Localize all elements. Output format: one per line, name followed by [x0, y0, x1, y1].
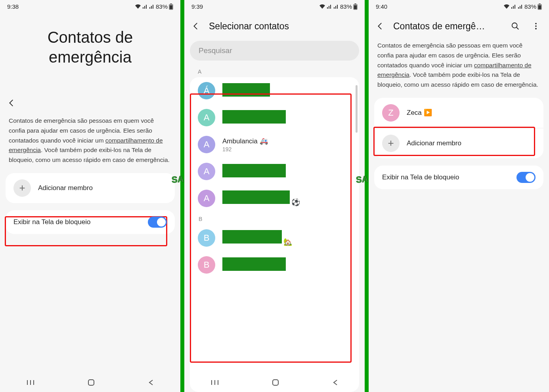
lockscreen-card: Exibir na Tela de bloqueio	[374, 166, 543, 189]
screenshot-divider	[365, 0, 369, 392]
battery-percent: 83%	[524, 3, 536, 10]
appbar-title: Selecionar contatos	[209, 21, 359, 32]
back-button[interactable]	[0, 99, 180, 116]
appbar: Contatos de emergê…	[369, 11, 549, 41]
plus-icon: +	[382, 135, 400, 152]
page-title: Contatos de emergência	[0, 11, 180, 99]
lockscreen-label: Exibir na Tela de bloqueio	[382, 173, 509, 181]
signal-icon	[327, 4, 332, 9]
lockscreen-label: Exibir na Tela de bloqueio	[13, 218, 141, 226]
signal-icon-2	[333, 4, 339, 9]
wifi-icon	[503, 4, 510, 9]
battery-icon	[169, 4, 173, 10]
home-button[interactable]	[87, 379, 95, 388]
redacted-name	[222, 257, 286, 271]
redacted-name	[222, 110, 286, 124]
add-member-label: Adicionar membro	[407, 139, 536, 147]
svg-rect-2	[170, 4, 172, 4]
android-navbar	[0, 375, 180, 392]
contact-number: 192	[222, 146, 351, 152]
contact-row[interactable]: A Ambulancia 🚑 192	[190, 131, 359, 158]
back-nav-button[interactable]	[148, 379, 154, 387]
svg-point-14	[535, 28, 537, 30]
svg-rect-7	[273, 380, 278, 385]
contact-name: Zeca ▶️	[407, 108, 536, 117]
scrollbar[interactable]	[356, 85, 358, 133]
recents-button[interactable]	[27, 379, 34, 387]
signal-icon-2	[518, 4, 523, 9]
members-card: Z Zeca ▶️ + Adicionar membro	[374, 98, 543, 158]
add-member-row[interactable]: + Adicionar membro	[6, 173, 175, 203]
svg-rect-6	[355, 4, 356, 4]
back-nav-button[interactable]	[332, 379, 339, 387]
recents-button[interactable]	[211, 379, 219, 387]
soccer-icon: ⚽	[291, 198, 300, 206]
screenshot-divider	[180, 0, 184, 392]
status-time: 9:39	[191, 3, 203, 10]
home-button[interactable]	[272, 379, 279, 388]
redacted-name	[222, 83, 270, 97]
avatar: B	[198, 256, 215, 274]
more-button[interactable]	[528, 19, 543, 34]
svg-rect-3	[88, 380, 94, 385]
contact-row[interactable]: Z Zeca ▶️	[374, 98, 543, 128]
avatar: A	[198, 109, 215, 126]
add-member-label: Adicionar membro	[38, 184, 167, 192]
toggle-switch[interactable]	[516, 172, 536, 183]
avatar: Á	[198, 82, 215, 99]
members-card: + Adicionar membro	[6, 173, 175, 203]
contact-row[interactable]: A ⚽	[190, 185, 359, 212]
status-icons: 83%	[503, 3, 542, 10]
status-time: 9:38	[7, 3, 19, 10]
back-button[interactable]	[188, 19, 203, 34]
wifi-icon	[135, 4, 141, 9]
status-bar: 9:39 83%	[184, 0, 365, 11]
avatar: A	[198, 163, 215, 180]
search-input[interactable]: Pesquisar	[190, 41, 359, 61]
redacted-name	[222, 230, 282, 244]
appbar: Selecionar contatos	[184, 11, 365, 41]
signal-icon-2	[149, 4, 155, 9]
back-button[interactable]	[373, 19, 388, 34]
avatar: B	[198, 229, 215, 247]
search-placeholder: Pesquisar	[199, 46, 232, 55]
svg-point-12	[535, 23, 537, 25]
status-bar: 9:38 83%	[0, 0, 180, 11]
appbar-title: Contatos de emergê…	[393, 21, 502, 32]
lockscreen-toggle-row[interactable]: Exibir na Tela de bloqueio	[374, 166, 543, 189]
contact-name: Ambulancia 🚑	[222, 137, 351, 145]
screen-select-contacts: 9:39 83% Selecionar contatos Pesquisar A…	[184, 0, 365, 392]
avatar: A	[198, 190, 215, 207]
svg-point-13	[535, 25, 537, 27]
add-member-row[interactable]: + Adicionar membro	[374, 128, 543, 158]
battery-percent: 83%	[156, 3, 168, 10]
section-header-a: A	[184, 65, 365, 77]
contact-row[interactable]: A	[190, 104, 359, 131]
wifi-icon	[319, 4, 325, 9]
plus-icon: +	[13, 179, 31, 197]
status-bar: 9:40 83%	[369, 0, 549, 11]
battery-icon	[538, 4, 542, 10]
contact-row[interactable]: B 🏡	[190, 225, 359, 251]
lockscreen-toggle-row[interactable]: Exibir na Tela de bloqueio	[6, 210, 175, 234]
redacted-name	[222, 190, 290, 204]
status-icons: 83%	[319, 3, 358, 10]
avatar: Z	[382, 104, 400, 122]
avatar: A	[198, 136, 215, 153]
contact-list[interactable]: Á A A Ambulancia 🚑 192 A A ⚽	[190, 77, 359, 392]
contact-row[interactable]: Á	[190, 77, 359, 104]
house-icon: 🏡	[283, 238, 292, 245]
description-text: Contatos de emergência são pessoas em qu…	[0, 116, 180, 173]
status-icons: 83%	[135, 3, 173, 10]
svg-rect-5	[354, 5, 357, 9]
android-navbar	[184, 375, 365, 392]
status-time: 9:40	[376, 3, 387, 10]
redacted-name	[222, 164, 286, 177]
contact-row[interactable]: B	[190, 251, 359, 278]
signal-icon	[511, 4, 516, 9]
signal-icon	[142, 4, 148, 9]
search-button[interactable]	[508, 19, 523, 34]
toggle-switch[interactable]	[148, 217, 167, 228]
contact-row[interactable]: A	[190, 158, 359, 185]
screen-emergency-contacts-intro: 9:38 83% Contatos de emergência Contatos…	[0, 0, 180, 392]
